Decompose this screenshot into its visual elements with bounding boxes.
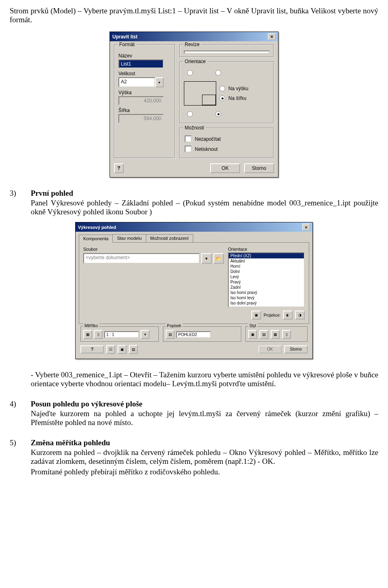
- popisek-toggle-icon[interactable]: ▤: [166, 330, 175, 339]
- ok-button[interactable]: OK: [258, 345, 282, 353]
- style-wireframe-icon[interactable]: ▣: [248, 330, 257, 339]
- list-item[interactable]: Pravý: [229, 279, 304, 285]
- orientace-group: Orientace Na výšku: [179, 61, 274, 124]
- projection-third-icon[interactable]: ◑: [295, 311, 305, 319]
- popisek-input[interactable]: POHLED2: [176, 331, 211, 338]
- list-item[interactable]: Iso dolní pravý: [229, 300, 304, 306]
- style-lock-icon[interactable]: ▯: [282, 330, 291, 339]
- soubor-input[interactable]: <vyberte dokument>: [83, 253, 200, 264]
- section-3-title: První pohled: [31, 189, 378, 198]
- section-4-text: Najeďte kurzorem na pohled a uchopte jej…: [31, 409, 378, 427]
- checkbox-footer-1[interactable]: ☑: [106, 345, 115, 354]
- section-4-num: 4): [10, 400, 19, 427]
- help-button[interactable]: ?: [80, 345, 104, 353]
- section-3b-text: - Vyberte 003_remenice_1.ipt – Otevřít –…: [31, 370, 378, 388]
- chevron-down-icon[interactable]: ▾: [201, 253, 212, 264]
- tab-stav-modelu[interactable]: Stav modelu: [112, 234, 146, 242]
- netisknout-checkbox[interactable]: [185, 146, 192, 152]
- section-5-text: Kurzorem na pohled – dvojklik na červený…: [31, 448, 378, 466]
- popisek-group: Popisek ▤ POHLED2: [163, 326, 241, 342]
- revize-input[interactable]: [184, 51, 270, 54]
- section-5: 5) Změna měřítka pohledu Kurzorem na poh…: [10, 438, 378, 476]
- section-5-num: 5): [10, 438, 19, 476]
- nazev-input[interactable]: List1: [118, 59, 164, 68]
- projection-first-icon[interactable]: ◐: [283, 311, 293, 319]
- meritko-input[interactable]: 1 : 1: [104, 331, 139, 338]
- orient-preview-icon: [184, 81, 216, 106]
- tabstrip: Komponenta Stav modelu Možnosti zobrazen…: [79, 234, 309, 243]
- nezapocitat-label: Nezapočítat: [195, 136, 221, 142]
- format-legend: Formát: [118, 42, 136, 47]
- meritko-group: Měřítko ▦ ▯ 1 : 1 ▾: [80, 326, 159, 342]
- footer-icon-1[interactable]: ▣: [118, 345, 127, 354]
- section-3b: - Vyberte 003_remenice_1.ipt – Otevřít –…: [10, 370, 378, 388]
- popisek-legend: Popisek: [166, 324, 183, 328]
- vyska-label: Výška: [118, 90, 171, 95]
- list-item[interactable]: Iso horní levý: [229, 295, 304, 300]
- dialog-vykresovy-pohled-wrap: Výkresový pohled × Komponenta Stav model…: [10, 222, 378, 359]
- dialog-upravit-list-wrap: Upravit list × Formát Název List1 Veliko…: [10, 32, 378, 178]
- section-3: 3) První pohled Panel Výkresové pohledy …: [10, 189, 378, 216]
- chevron-down-icon[interactable]: ▾: [141, 330, 150, 339]
- dialog1-titlebar: Upravit list ×: [110, 32, 278, 41]
- help-button[interactable]: ?: [114, 163, 124, 173]
- velikost-value[interactable]: A2: [118, 77, 155, 87]
- dialog-upravit-list: Upravit list × Formát Název List1 Veliko…: [110, 32, 278, 178]
- list-item[interactable]: Iso dolní levý: [229, 306, 304, 307]
- orient-radio-bottom-left[interactable]: [187, 111, 193, 117]
- meritko-lock-icon[interactable]: ▯: [94, 330, 103, 339]
- section-3-text: Panel Výkresové pohledy – Základní pohle…: [31, 199, 378, 216]
- sirka-input: 594,000: [118, 114, 164, 123]
- dialog2-title: Výkresový pohled: [78, 225, 116, 230]
- velikost-combo[interactable]: A2 ▾: [118, 77, 164, 87]
- cube-icon[interactable]: ▣: [251, 311, 261, 319]
- section-4: 4) Posun pohledu po výkresové ploše Naje…: [10, 400, 378, 427]
- velikost-label: Velikost: [118, 71, 171, 76]
- list-item[interactable]: Zadní: [229, 285, 304, 290]
- sirka-label: Šířka: [118, 108, 171, 113]
- section-3-num: 3): [10, 189, 19, 216]
- ok-button[interactable]: OK: [210, 163, 240, 173]
- projekce-label: Projekce:: [264, 313, 280, 317]
- list-item[interactable]: Aktuální: [229, 258, 304, 264]
- revize-legend: Revize: [183, 42, 201, 47]
- intro-text: Strom prvků (Model) – Vyberte pravým.tl.…: [10, 6, 378, 24]
- chevron-down-icon[interactable]: ▾: [155, 77, 164, 87]
- nezapocitat-checkbox[interactable]: [185, 135, 192, 142]
- tab-komponenta[interactable]: Komponenta: [79, 235, 113, 243]
- dialog2-titlebar: Výkresový pohled ×: [76, 222, 312, 232]
- orient-radio-top-right[interactable]: [215, 70, 221, 76]
- nazev-label: Název: [118, 53, 171, 59]
- portrait-radio[interactable]: [219, 86, 225, 91]
- orientace-label: Orientace: [228, 247, 305, 252]
- format-group: Formát Název List1 Velikost A2 ▾ Výška 4…: [114, 44, 175, 159]
- dialog-vykresovy-pohled: Výkresový pohled × Komponenta Stav model…: [75, 222, 313, 359]
- soubor-label: Soubor: [83, 247, 224, 252]
- meritko-icon[interactable]: ▦: [83, 330, 92, 339]
- orient-radio-bottom-right[interactable]: [215, 111, 221, 117]
- storno-button[interactable]: Storno: [244, 163, 274, 173]
- tab-moznosti-zobrazeni[interactable]: Možnosti zobrazení: [146, 234, 193, 242]
- orient-radio-top-left[interactable]: [187, 70, 193, 76]
- footer-icon-2[interactable]: ▤: [129, 345, 138, 354]
- browse-icon[interactable]: 📂: [213, 253, 224, 264]
- revize-group: Revize: [179, 44, 274, 57]
- section-5-text2: Promítané pohledy přebírají měřítko z ro…: [31, 467, 378, 476]
- close-icon[interactable]: ×: [302, 224, 310, 231]
- dialog1-title: Upravit list: [112, 34, 137, 40]
- style-shaded-icon[interactable]: ▦: [271, 330, 280, 339]
- section-5-title: Změna měřítka pohledu: [31, 438, 378, 447]
- moznosti-legend: Možnosti: [183, 125, 206, 131]
- list-item[interactable]: Dolní: [229, 269, 304, 274]
- landscape-radio[interactable]: [219, 95, 225, 101]
- storno-button[interactable]: Storno: [284, 345, 308, 353]
- style-hidden-icon[interactable]: ▤: [259, 330, 268, 339]
- section-4-title: Posun pohledu po výkresové ploše: [31, 400, 378, 408]
- orientace-listbox[interactable]: Přední (XZ) Aktuální Horní Dolní Levý Pr…: [228, 252, 305, 307]
- list-item[interactable]: Horní: [229, 264, 304, 269]
- list-item[interactable]: Levý: [229, 274, 304, 279]
- list-item[interactable]: Přední (XZ): [229, 253, 304, 258]
- close-icon[interactable]: ×: [268, 33, 276, 40]
- portrait-label: Na výšku: [228, 86, 248, 91]
- list-item[interactable]: Iso horní pravý: [229, 290, 304, 295]
